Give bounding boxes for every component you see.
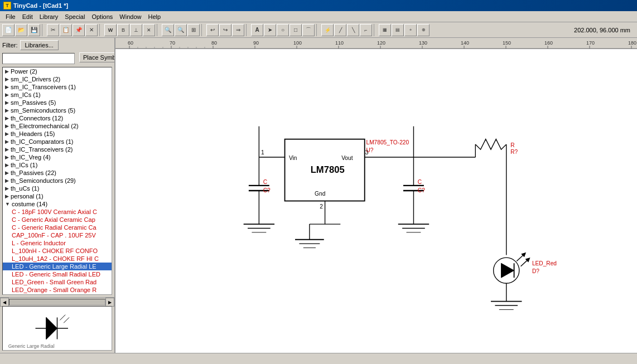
grid2-button[interactable]: ▤ (392, 24, 404, 36)
tree-item-19[interactable]: C - Generic Axial Ceramic Cap (3, 216, 112, 224)
tree-item-5[interactable]: ▶sm_Semiconductors (5) (3, 106, 112, 114)
svg-line-6 (64, 318, 69, 323)
svg-text:100: 100 (293, 40, 302, 46)
tree-item-14[interactable]: ▶th_Semiconductors (29) (3, 177, 112, 185)
wire-button[interactable]: W (104, 24, 117, 36)
tree-item-24[interactable]: L_10uH_1A2 - CHOKE RF HI C (3, 255, 112, 263)
tree-item-label-1: sm_IC_Drivers (2) (11, 76, 60, 82)
new-button[interactable]: 📄 (2, 24, 15, 36)
menu-help[interactable]: Help (144, 12, 164, 21)
expand-icon: ▶ (5, 139, 9, 144)
tree-item-28[interactable]: LED_Orange - Small Orange R (3, 286, 112, 294)
zoom-in-button[interactable]: 🔍 (162, 24, 174, 36)
tree-item-8[interactable]: ▶th_Headers (15) (3, 130, 112, 138)
tree-container[interactable]: ▶Power (2)▶sm_IC_Drivers (2)▶sm_IC_Trans… (2, 67, 112, 295)
tree-item-25[interactable]: LED - Generic Large Radial LE (3, 263, 112, 270)
zoom-fit-button[interactable]: ⊞ (187, 24, 200, 36)
arrow-button[interactable]: ➤ (264, 24, 276, 36)
tool2-button[interactable]: ╱ (334, 24, 346, 36)
resistor-ref: R (510, 142, 514, 148)
horizontal-scrollbar[interactable]: ◀ ▶ (0, 297, 114, 306)
bus-button[interactable]: B (117, 24, 129, 36)
cut-button[interactable]: ✂ (47, 24, 59, 36)
tree-item-15[interactable]: ▶th_uCs (1) (3, 185, 112, 192)
menu-library[interactable]: Library (36, 12, 62, 21)
tool1-button[interactable]: ⚡ (321, 24, 334, 36)
canvas-content[interactable]: LM7805 Vin Vout Gnd 1 3 2 LM7805_TO-220 … (115, 49, 637, 353)
menu-options[interactable]: Options (88, 12, 116, 21)
tree-item-9[interactable]: ▶th_IC_Comparators (1) (3, 138, 112, 145)
tree-item-7[interactable]: ▶th_Electromechanical (2) (3, 122, 112, 130)
tool3-button[interactable]: ╲ (347, 24, 359, 36)
tree-item-0[interactable]: ▶Power (2) (3, 67, 112, 75)
open-button[interactable]: 📂 (15, 24, 27, 36)
place-symbol-button[interactable]: Place Symbol (79, 52, 115, 62)
tree-item-1[interactable]: ▶sm_IC_Drivers (2) (3, 75, 112, 83)
svg-text:80: 80 (211, 40, 217, 46)
svg-marker-1 (46, 318, 57, 339)
tree-item-4[interactable]: ▶sm_Passives (5) (3, 99, 112, 106)
tree-item-23[interactable]: L_100nH - CHOKE RF CONFO (3, 247, 112, 255)
filter-input[interactable] (2, 53, 75, 64)
tree-item-6[interactable]: ▶th_Connectors (12) (3, 114, 112, 122)
tree-item-label-20: C - Generic Radial Ceramic Ca (12, 224, 96, 231)
tree-item-18[interactable]: C - 18pF 100V Ceramic Axial C (3, 208, 112, 216)
rect-button[interactable]: □ (289, 24, 302, 36)
tree-item-13[interactable]: ▶th_Passives (22) (3, 169, 112, 177)
scroll-right-button[interactable]: ▶ (105, 298, 114, 307)
circle-button[interactable]: ○ (277, 24, 289, 36)
led-arrow2 (521, 259, 529, 266)
tree-item-16[interactable]: ▶personal (1) (3, 192, 112, 200)
ruler-top: 60 70 80 90 100 110 120 130 140 150 160 … (115, 38, 637, 49)
delete-button[interactable]: ✕ (85, 24, 98, 36)
expand-icon: ▶ (5, 170, 9, 176)
paste-button[interactable]: 📌 (73, 24, 85, 36)
zoom-out-button[interactable]: 🔍 (175, 24, 187, 36)
no-connect-button[interactable]: ✕ (143, 24, 155, 36)
menu-window[interactable]: Window (116, 12, 144, 21)
menu-edit[interactable]: Edit (19, 12, 36, 21)
tree-item-27[interactable]: LED_Green - Small Green Rad (3, 278, 112, 286)
tree-item-2[interactable]: ▶sm_IC_Transceivers (1) (3, 83, 112, 91)
tree-item-10[interactable]: ▶th_IC_Transceivers (2) (3, 145, 112, 153)
ruler-svg: 60 70 80 90 100 110 120 130 140 150 160 … (115, 38, 637, 49)
tree-item-label-2: sm_IC_Transceivers (1) (11, 84, 76, 90)
toolbar-sep2 (99, 24, 103, 36)
tree-item-21[interactable]: CAP_100nF - CAP . 10UF 25V (3, 231, 112, 239)
tree-item-17[interactable]: ▼costume (14) (3, 200, 112, 208)
text-button[interactable]: A (251, 24, 263, 36)
tree-item-label-16: personal (1) (11, 193, 44, 200)
tree-item-3[interactable]: ▶sm_ICs (1) (3, 91, 112, 99)
grid3-button[interactable]: + (404, 24, 417, 36)
status-text (2, 356, 4, 362)
undo-button[interactable]: ↩ (206, 24, 219, 36)
canvas-area[interactable]: 60 70 80 90 100 110 120 130 140 150 160 … (115, 38, 637, 353)
svg-text:130: 130 (419, 40, 427, 46)
cap-right-val: C? (418, 187, 425, 193)
expand-icon: ▶ (5, 131, 9, 137)
redo-button[interactable]: ↪ (219, 24, 231, 36)
grid1-button[interactable]: ▦ (379, 24, 391, 36)
toolbar-sep1 (42, 24, 45, 36)
tree-item-label-19: C - Generic Axial Ceramic Cap (12, 216, 95, 223)
tree-item-11[interactable]: ▶th_IC_Vreg (4) (3, 153, 112, 161)
tree-item-26[interactable]: LED - Generic Small Radial LED (3, 270, 112, 278)
tree-item-12[interactable]: ▶th_ICs (1) (3, 161, 112, 169)
forward-button[interactable]: ⇒ (232, 24, 244, 36)
menu-special[interactable]: Special (61, 12, 88, 21)
tool4-button[interactable]: ⌐ (360, 24, 372, 36)
scroll-left-button[interactable]: ◀ (0, 298, 9, 307)
libraries-button[interactable]: Libraries... (20, 40, 59, 50)
tree-item-22[interactable]: L - Generic Inductor (3, 239, 112, 247)
arc-button[interactable]: ⌒ (302, 24, 315, 36)
copy-button[interactable]: 📋 (60, 24, 72, 36)
save-button[interactable]: 💾 (28, 24, 40, 36)
junction-button[interactable]: ⊥ (130, 24, 142, 36)
tree-item-20[interactable]: C - Generic Radial Ceramic Ca (3, 224, 112, 231)
grid4-button[interactable]: ⊕ (417, 24, 430, 36)
tree-item-29[interactable]: LED_Red - Small Red Radial LE (3, 294, 112, 295)
expand-icon: ▶ (5, 92, 9, 98)
scroll-track[interactable] (9, 299, 105, 305)
menu-file[interactable]: File (2, 12, 19, 21)
expand-icon: ▶ (5, 186, 9, 191)
